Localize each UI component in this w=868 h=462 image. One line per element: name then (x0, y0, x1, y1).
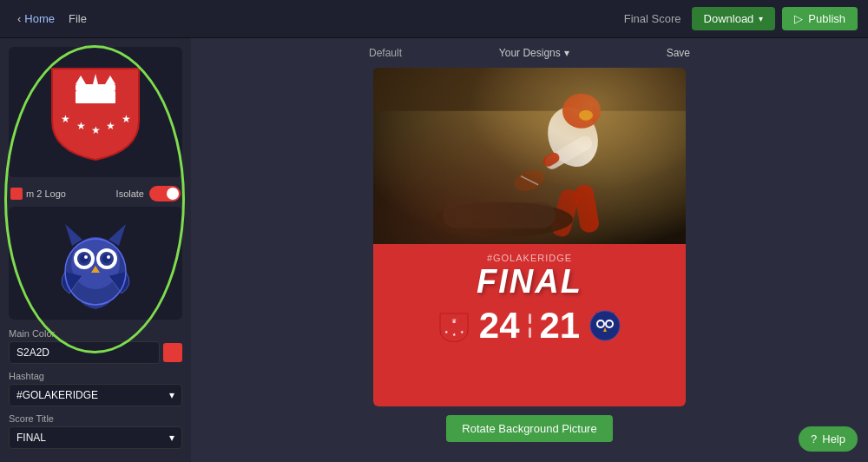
score-divider (529, 314, 531, 338)
home-score: 24 (479, 307, 520, 344)
away-score: 21 (540, 307, 581, 344)
svg-point-18 (80, 254, 89, 263)
main-color-input[interactable] (9, 341, 160, 364)
svg-marker-11 (65, 224, 82, 246)
isolate-row: Isolate (116, 186, 181, 201)
svg-point-19 (102, 254, 111, 263)
publish-label: Publish (808, 12, 845, 25)
download-label: Download (704, 12, 754, 25)
score-title-group: Score Title FINAL ▾ (9, 413, 182, 449)
svg-text:★: ★ (61, 113, 70, 125)
hashtag-label: Hashtag (9, 371, 182, 381)
help-label: Help (822, 432, 845, 446)
main-color-group: Main Color (9, 328, 182, 364)
isolate-label: Isolate (116, 188, 144, 199)
preview-bottom: #GOLAKERIDGE FINAL ♛ ★ ★ ★ 24 (373, 244, 686, 406)
svg-point-47 (607, 321, 612, 327)
chevron-down-icon: ▾ (564, 47, 569, 59)
preview-card: #GOLAKERIDGE FINAL ♛ ★ ★ ★ 24 (373, 68, 686, 406)
preview-photo (373, 68, 686, 254)
design-center: Default Your Designs ▾ Save (191, 38, 868, 462)
final-score-label: Final Score (624, 12, 681, 25)
isolate-toggle[interactable] (149, 186, 181, 201)
save-button[interactable]: Save (667, 47, 690, 59)
chevron-down-icon: ▾ (169, 432, 174, 444)
hashtag-value: #GOLAKERIDGE (16, 389, 98, 401)
question-icon: ? (811, 432, 817, 446)
team2-owl-svg (48, 215, 143, 311)
team2-logo-box[interactable] (9, 207, 182, 320)
score-row: ♛ ★ ★ ★ 24 21 (387, 307, 672, 344)
svg-text:★: ★ (91, 124, 101, 136)
chevron-down-icon: ▾ (759, 14, 763, 23)
your-designs-button[interactable]: Your Designs ▾ (499, 47, 569, 59)
divider-bar-1 (529, 314, 531, 324)
back-icon: ‹ (17, 12, 21, 25)
hashtag-group: Hashtag #GOLAKERIDGE ▾ (9, 371, 182, 406)
publish-icon: ▷ (794, 12, 803, 25)
your-designs-label: Your Designs (499, 47, 561, 59)
color-swatch[interactable] (163, 343, 182, 362)
help-button[interactable]: ? Help (799, 426, 858, 452)
main-color-label: Main Color (9, 328, 182, 339)
sidebar: ★ ★ ★ ★ ★ m 2 Logo Isolate (0, 38, 191, 462)
publish-button[interactable]: ▷ Publish (782, 7, 858, 30)
svg-text:★: ★ (76, 120, 86, 132)
chevron-down-icon: ▾ (169, 389, 174, 401)
svg-rect-0 (76, 84, 115, 91)
divider-bar-2 (529, 327, 531, 338)
team2-color-swatch (10, 188, 23, 200)
score-title-label: Score Title (9, 413, 182, 424)
away-team-score-logo (589, 309, 621, 342)
rotate-background-button[interactable]: Rotate Background Picture (446, 415, 612, 442)
file-nav-button[interactable]: File (62, 9, 94, 29)
team1-logo-box[interactable]: ★ ★ ★ ★ ★ (9, 47, 182, 177)
design-toolbar: Default Your Designs ▾ Save (369, 47, 690, 59)
score-title-dropdown[interactable]: FINAL ▾ (9, 426, 182, 449)
team1-shield-svg: ★ ★ ★ ★ ★ (48, 60, 143, 164)
hashtag-dropdown[interactable]: #GOLAKERIDGE ▾ (9, 384, 182, 406)
svg-text:★: ★ (122, 113, 131, 125)
final-word-display: FINAL (387, 263, 672, 300)
team2-logo-label: m 2 Logo (10, 188, 66, 200)
svg-text:★: ★ (106, 120, 115, 132)
svg-point-21 (107, 255, 110, 259)
svg-point-20 (84, 255, 88, 259)
player-figure (373, 68, 686, 254)
svg-point-46 (598, 321, 603, 327)
main-layout: ★ ★ ★ ★ ★ m 2 Logo Isolate (0, 38, 868, 462)
back-home-button[interactable]: ‹ Home (10, 9, 62, 29)
home-nav-label[interactable]: Home (24, 12, 55, 25)
main-color-input-row (9, 341, 182, 364)
svg-text:♛: ♛ (451, 318, 457, 324)
score-title-value: FINAL (16, 432, 46, 444)
svg-point-43 (590, 311, 620, 340)
svg-rect-4 (76, 91, 115, 103)
hashtag-display: #GOLAKERIDGE (387, 253, 672, 263)
default-label: Default (369, 47, 402, 59)
team2-label-row: m 2 Logo Isolate (9, 186, 182, 201)
svg-marker-12 (108, 224, 126, 246)
top-navigation: ‹ Home File Final Score Download ▾ ▷ Pub… (0, 0, 868, 38)
download-button[interactable]: Download ▾ (692, 7, 776, 30)
home-team-score-logo: ♛ ★ ★ ★ (437, 309, 470, 342)
